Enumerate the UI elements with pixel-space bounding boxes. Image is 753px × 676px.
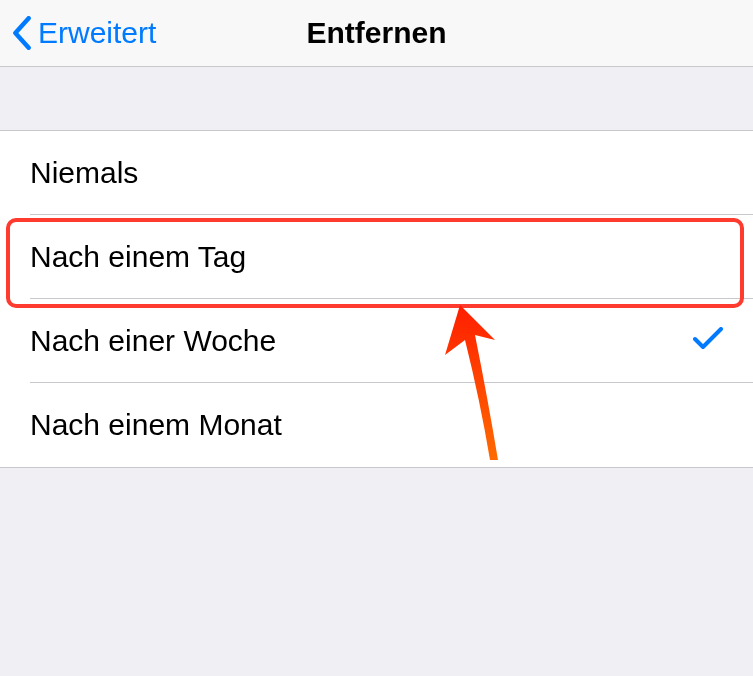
option-never[interactable]: Niemals [0, 131, 753, 215]
navigation-bar: Erweitert Entfernen [0, 0, 753, 67]
option-label: Nach einem Monat [30, 408, 723, 442]
page-title: Entfernen [306, 16, 446, 50]
section-spacer [0, 67, 753, 131]
option-one-month[interactable]: Nach einem Monat [0, 383, 753, 467]
back-label: Erweitert [38, 16, 156, 50]
option-label: Niemals [30, 156, 723, 190]
option-label: Nach einer Woche [30, 324, 693, 358]
option-label: Nach einem Tag [30, 240, 723, 274]
checkmark-icon [693, 327, 723, 355]
options-list: Niemals Nach einem Tag Nach einer Woche … [0, 131, 753, 468]
option-one-day[interactable]: Nach einem Tag [0, 215, 753, 299]
chevron-left-icon [12, 16, 32, 50]
back-button[interactable]: Erweitert [0, 16, 156, 50]
option-one-week[interactable]: Nach einer Woche [0, 299, 753, 383]
